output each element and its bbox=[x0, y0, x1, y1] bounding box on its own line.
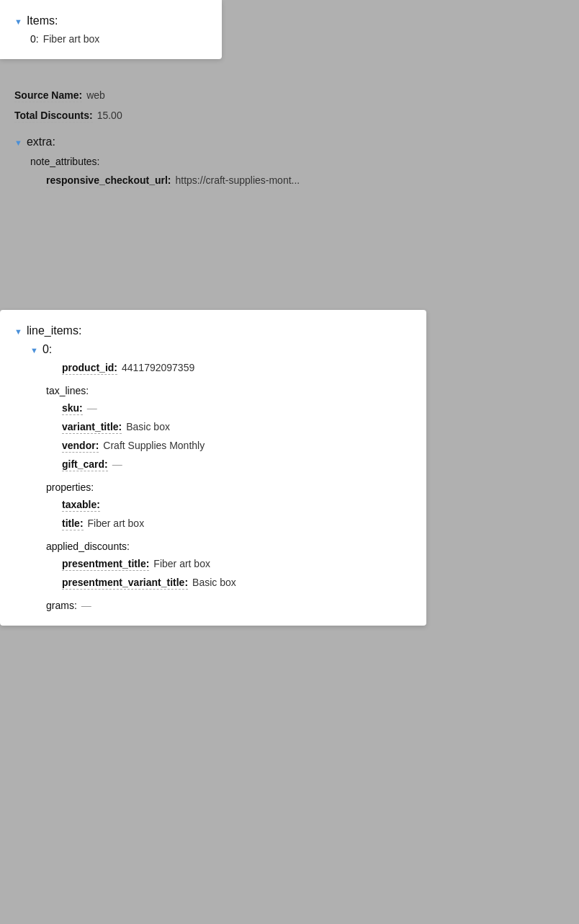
items-row: ▼ Items: bbox=[14, 12, 207, 30]
properties-label: properties: bbox=[46, 481, 94, 493]
extra-toggle-arrow[interactable]: ▼ bbox=[14, 138, 22, 147]
extra-block: ▼ extra: bbox=[14, 136, 565, 148]
variant-title-label: variant_title: bbox=[62, 421, 122, 434]
tax-lines-row: tax_lines: bbox=[14, 382, 412, 399]
product-id-value: 4411792097359 bbox=[122, 362, 194, 373]
vendor-label: vendor: bbox=[62, 440, 99, 453]
total-discounts-label: Total Discounts: bbox=[14, 110, 93, 123]
title-row: title: Fiber art box bbox=[14, 515, 412, 533]
items-label: Items: bbox=[27, 14, 58, 27]
source-name-row: Source Name: web bbox=[14, 89, 565, 102]
product-id-row: product_id: 4411792097359 bbox=[14, 359, 412, 378]
vendor-value: Craft Supplies Monthly bbox=[103, 440, 205, 451]
responsive-checkout-row: responsive_checkout_url: https://craft-s… bbox=[46, 174, 565, 187]
line-item-0-row: ▼ 0: bbox=[14, 340, 412, 359]
items-toggle-arrow[interactable]: ▼ bbox=[14, 17, 22, 26]
line-item-0-label: 0: bbox=[42, 343, 52, 356]
applied-discounts-row: applied_discounts: bbox=[14, 538, 412, 555]
note-attributes-label: note_attributes: bbox=[30, 156, 100, 167]
line-items-toggle-arrow[interactable]: ▼ bbox=[14, 327, 22, 336]
top-card: ▼ Items: 0: Fiber art box bbox=[0, 0, 222, 59]
responsive-checkout-value: https://craft-supplies-mont... bbox=[176, 174, 300, 186]
title-value: Fiber art box bbox=[88, 517, 145, 529]
source-name-block: Source Name: web bbox=[14, 89, 565, 102]
presentment-title-row: presentment_title: Fiber art box bbox=[14, 555, 412, 574]
properties-row: properties: bbox=[14, 479, 412, 496]
gift-card-value: — bbox=[112, 458, 122, 470]
grams-row: grams: — bbox=[14, 597, 412, 614]
extra-label: extra: bbox=[27, 136, 55, 148]
extra-row: ▼ extra: bbox=[14, 136, 565, 148]
presentment-title-value: Fiber art box bbox=[153, 558, 210, 569]
presentment-variant-title-row: presentment_variant_title: Basic box bbox=[14, 574, 412, 592]
variant-title-value: Basic box bbox=[126, 421, 170, 432]
source-name-value: web bbox=[86, 89, 105, 101]
source-name-label: Source Name: bbox=[14, 89, 82, 102]
line-items-label: line_items: bbox=[27, 324, 81, 337]
vendor-row: vendor: Craft Supplies Monthly bbox=[14, 437, 412, 456]
bottom-card: ▼ line_items: ▼ 0: product_id: 441179209… bbox=[0, 310, 426, 626]
total-discounts-row: Total Discounts: 15.00 bbox=[14, 110, 565, 123]
variant-title-row: variant_title: Basic box bbox=[14, 418, 412, 437]
grams-value: — bbox=[81, 600, 91, 611]
note-attributes-row: note_attributes: bbox=[30, 156, 565, 167]
total-discounts-value: 15.00 bbox=[97, 110, 122, 121]
grams-label: grams: bbox=[46, 600, 77, 611]
note-attributes-block: note_attributes: bbox=[14, 156, 565, 167]
item-0-value: Fiber art box bbox=[43, 33, 100, 45]
gift-card-label: gift_card: bbox=[62, 458, 108, 471]
title-label: title: bbox=[62, 517, 84, 530]
middle-section: Source Name: web Total Discounts: 15.00 … bbox=[0, 78, 579, 206]
tax-lines-label: tax_lines: bbox=[46, 385, 89, 396]
sku-value: — bbox=[87, 402, 97, 414]
line-items-row: ▼ line_items: bbox=[14, 321, 412, 340]
product-id-label: product_id: bbox=[62, 362, 117, 375]
total-discounts-block: Total Discounts: 15.00 bbox=[14, 110, 565, 123]
responsive-checkout-label: responsive_checkout_url: bbox=[46, 174, 171, 187]
presentment-variant-title-label: presentment_variant_title: bbox=[62, 577, 188, 590]
responsive-checkout-block: responsive_checkout_url: https://craft-s… bbox=[14, 174, 565, 187]
sku-label: sku: bbox=[62, 402, 83, 415]
page-wrapper: ▼ Items: 0: Fiber art box Source Name: w… bbox=[0, 0, 579, 924]
line-item-0-toggle-arrow[interactable]: ▼ bbox=[30, 346, 38, 355]
taxable-label: taxable: bbox=[62, 499, 100, 512]
item-0-row: 0: Fiber art box bbox=[14, 30, 207, 48]
item-index-label: 0: bbox=[30, 33, 39, 45]
applied-discounts-label: applied_discounts: bbox=[46, 541, 130, 552]
presentment-variant-title-value: Basic box bbox=[192, 577, 236, 588]
taxable-row: taxable: bbox=[14, 496, 412, 515]
presentment-title-label: presentment_title: bbox=[62, 558, 149, 571]
sku-row: sku: — bbox=[14, 399, 412, 418]
gift-card-row: gift_card: — bbox=[14, 456, 412, 474]
